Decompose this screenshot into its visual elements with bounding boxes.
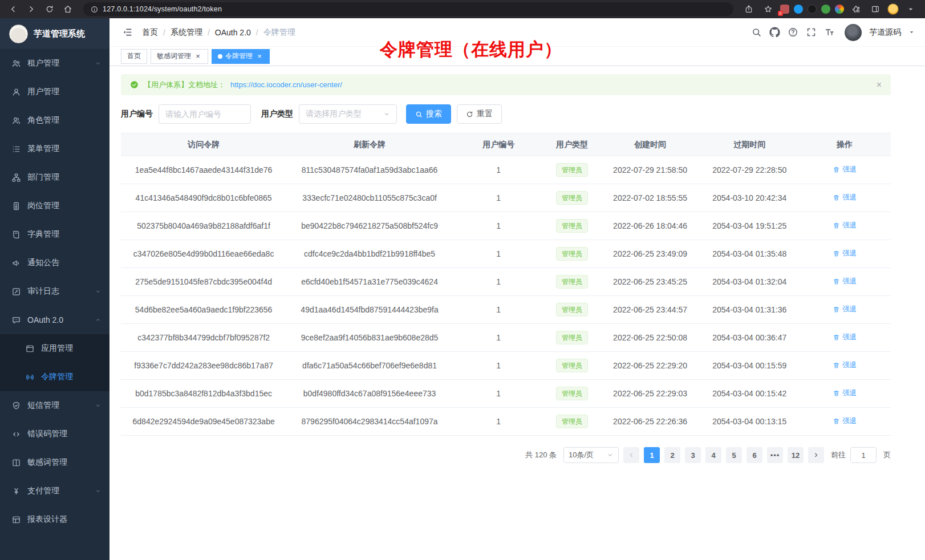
doc-link[interactable]: https://doc.iocoder.cn/user-center/ <box>230 80 342 89</box>
extension-icon[interactable] <box>808 5 817 14</box>
sidebar-menu: 租户管理用户管理角色管理菜单管理部门管理岗位管理字典管理通知公告审计日志OAut… <box>0 49 109 560</box>
site-info-icon[interactable] <box>89 4 99 14</box>
create-time-cell: 2022-06-25 23:49:09 <box>600 240 701 268</box>
sidebar-item-post[interactable]: 岗位管理 <box>0 192 109 220</box>
extension-icon[interactable]: 0 <box>780 5 789 14</box>
tab-2[interactable]: 令牌管理× <box>212 49 270 64</box>
page-ellipsis[interactable]: ••• <box>767 447 783 463</box>
sidebar-item-dict[interactable]: 字典管理 <box>0 220 109 249</box>
breadcrumb-item[interactable]: OAuth 2.0 <box>215 28 251 37</box>
sidebar-item-notice[interactable]: 通知公告 <box>0 249 109 277</box>
force-logout-button[interactable]: 强退 <box>833 165 857 175</box>
extension-icon[interactable] <box>835 5 844 14</box>
force-logout-button[interactable]: 强退 <box>833 277 857 286</box>
page-button-6[interactable]: 6 <box>747 447 762 463</box>
megaphone-icon <box>11 258 21 268</box>
collapse-menu-icon[interactable] <box>122 27 133 38</box>
page-button-4[interactable]: 4 <box>705 447 721 463</box>
alert-close-icon[interactable]: × <box>877 80 882 90</box>
force-logout-button[interactable]: 强退 <box>833 305 857 314</box>
header-actions: 芋道源码 <box>751 24 915 41</box>
page-content: 【用户体系】文档地址： https://doc.iocoder.cn/user-… <box>109 66 925 560</box>
sidebar-item-report[interactable]: 报表设计器 <box>0 505 109 534</box>
close-tab-icon[interactable]: × <box>255 52 263 60</box>
page-button-12[interactable]: 12 <box>788 447 804 463</box>
browser-back-icon[interactable] <box>6 2 21 17</box>
github-icon[interactable] <box>769 27 780 38</box>
columns-icon <box>11 458 21 468</box>
sidebar-item-label: 令牌管理 <box>41 372 102 382</box>
app-logo[interactable]: 芋道管理系统 <box>0 18 109 49</box>
sidebar-item-sms[interactable]: 短信管理 <box>0 391 109 420</box>
force-logout-button[interactable]: 强退 <box>833 193 857 202</box>
extension-icon[interactable] <box>821 5 830 14</box>
page-button-1[interactable]: 1 <box>644 447 660 463</box>
page-size-select[interactable]: 10条/页 <box>563 447 619 463</box>
reset-button[interactable]: 重置 <box>457 104 502 124</box>
browser-profile-avatar[interactable] <box>887 3 899 15</box>
sidebar-item-dept[interactable]: 部门管理 <box>0 163 109 192</box>
sidebar-item-oauth2[interactable]: OAuth 2.0 <box>0 306 109 334</box>
user-type-cell: 管理员 <box>544 268 599 296</box>
expire-time-cell: 2054-03-04 19:51:25 <box>701 212 798 240</box>
sidebar-item-tenant[interactable]: 租户管理 <box>0 49 109 78</box>
search-button[interactable]: 搜索 <box>406 104 451 124</box>
table-row: f9336e7c7dd242a283ee98dc86b17a87dfa6c71a… <box>121 352 891 380</box>
search-icon[interactable] <box>751 27 762 38</box>
browser-forward-icon[interactable] <box>24 2 39 17</box>
page-button-2[interactable]: 2 <box>664 447 680 463</box>
force-logout-button[interactable]: 强退 <box>833 360 857 370</box>
sidebar-item-role[interactable]: 角色管理 <box>0 106 109 135</box>
user-id-cell: 1 <box>453 268 545 296</box>
action-cell: 强退 <box>798 268 891 296</box>
tab-1[interactable]: 敏感词管理× <box>151 49 208 64</box>
fullscreen-icon[interactable] <box>806 27 817 38</box>
help-icon[interactable] <box>788 27 798 38</box>
page-button-5[interactable]: 5 <box>726 447 742 463</box>
sidebar-item-oauth2-app[interactable]: 应用管理 <box>0 334 109 363</box>
tab-0[interactable]: 首页 <box>121 49 147 64</box>
user-type-badge: 管理员 <box>556 163 588 177</box>
extensions-puzzle-icon[interactable] <box>849 2 863 17</box>
sidebar-item-error-code[interactable]: 错误码管理 <box>0 420 109 448</box>
user-avatar[interactable] <box>845 24 862 41</box>
font-size-icon[interactable] <box>824 27 835 38</box>
force-logout-label: 强退 <box>842 277 857 286</box>
sidebar-item-menu[interactable]: 菜单管理 <box>0 135 109 163</box>
extension-icon[interactable] <box>794 5 803 14</box>
bookmark-star-icon[interactable] <box>761 2 776 17</box>
close-tab-icon[interactable]: × <box>194 52 202 60</box>
user-id-input[interactable] <box>159 104 251 124</box>
page-button-3[interactable]: 3 <box>685 447 701 463</box>
browser-refresh-icon[interactable] <box>42 2 57 17</box>
browser-menu-icon[interactable] <box>903 2 918 17</box>
sidebar-item-user[interactable]: 用户管理 <box>0 78 109 106</box>
sidebar-item-oauth2-token[interactable]: 令牌管理 <box>0 363 109 391</box>
goto-page-input[interactable] <box>850 447 877 463</box>
user-caret-down-icon[interactable] <box>908 29 915 35</box>
share-icon[interactable] <box>741 2 756 17</box>
force-logout-button[interactable]: 强退 <box>833 249 857 258</box>
user-id-cell: 1 <box>453 184 545 212</box>
user-type-select[interactable]: 请选择用户类型 <box>299 104 397 124</box>
breadcrumb-item[interactable]: 首页 <box>142 27 158 38</box>
browser-home-icon[interactable] <box>60 2 75 17</box>
sidebar-item-sensitive-word[interactable]: 敏感词管理 <box>0 448 109 477</box>
next-page-button[interactable] <box>808 447 824 463</box>
breadcrumb-item[interactable]: 系统管理 <box>171 27 202 38</box>
user-type-badge: 管理员 <box>556 303 588 316</box>
total-count: 共 120 条 <box>525 450 557 460</box>
expire-time-cell: 2054-03-04 00:15:59 <box>701 352 798 380</box>
user-name[interactable]: 芋道源码 <box>869 27 901 38</box>
force-logout-button[interactable]: 强退 <box>833 332 857 342</box>
sidebar-item-pay[interactable]: 支付管理 <box>0 477 109 505</box>
force-logout-button[interactable]: 强退 <box>833 416 857 426</box>
prev-page-button[interactable] <box>623 447 639 463</box>
badge-icon <box>11 201 21 211</box>
sidebar-item-audit-log[interactable]: 审计日志 <box>0 277 109 306</box>
force-logout-button[interactable]: 强退 <box>833 221 857 230</box>
force-logout-button[interactable]: 强退 <box>833 388 857 398</box>
side-panel-icon[interactable] <box>868 2 883 17</box>
address-bar[interactable]: 127.0.0.1:1024/system/oauth2/token <box>83 2 733 16</box>
user-id-cell: 1 <box>453 352 545 380</box>
